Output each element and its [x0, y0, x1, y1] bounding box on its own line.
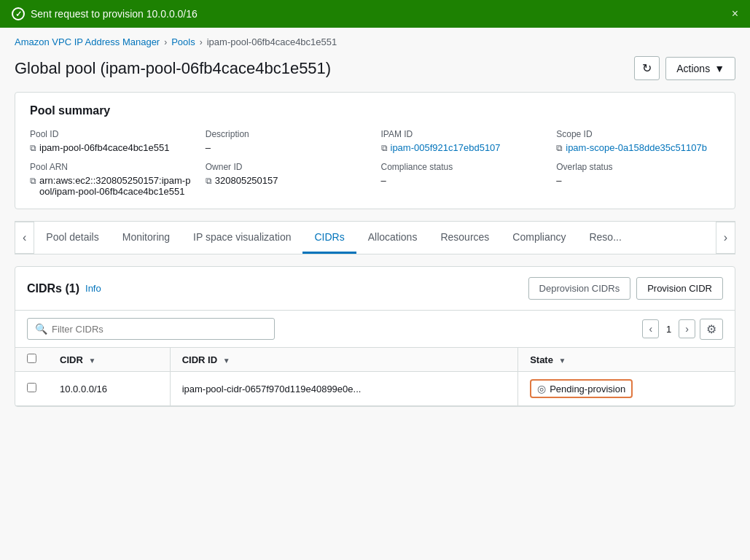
cidr-id-value: ipam-pool-cidr-0657f970d119e40899e0e... — [170, 372, 518, 406]
owner-id-value: ⧉ 320805250157 — [206, 175, 370, 186]
breadcrumb-sep-1: › — [164, 37, 167, 47]
pool-id-copy-icon[interactable]: ⧉ — [30, 143, 36, 153]
tabs-container: ‹ Pool details Monitoring IP space visua… — [15, 221, 735, 254]
tabs-prev-button[interactable]: ‹ — [15, 222, 34, 254]
cidrs-title: CIDRs (1) — [27, 282, 79, 295]
breadcrumb: Amazon VPC IP Address Manager › Pools › … — [0, 28, 750, 53]
cidrs-info-link[interactable]: Info — [85, 283, 101, 294]
breadcrumb-vpc-manager[interactable]: Amazon VPC IP Address Manager — [15, 36, 160, 47]
actions-chevron-icon: ▼ — [714, 63, 724, 74]
pool-id-label: Pool ID — [30, 129, 194, 139]
ipam-id-link[interactable]: ipam-005f921c17ebd5107 — [391, 142, 501, 153]
filter-bar: 🔍 ‹ 1 › ⚙ — [15, 311, 735, 348]
header-actions: ↻ Actions ▼ — [634, 56, 735, 80]
actions-button[interactable]: Actions ▼ — [665, 57, 735, 80]
notification-content: ✓ Sent request to provision 10.0.0.0/16 — [12, 7, 198, 20]
tabs-next-button[interactable]: › — [716, 222, 735, 254]
tab-compliancy[interactable]: Compliancy — [501, 222, 577, 254]
tab-allocations[interactable]: Allocations — [356, 222, 429, 254]
tab-reso[interactable]: Reso... — [577, 222, 633, 254]
notification-bar: ✓ Sent request to provision 10.0.0.0/16 … — [0, 0, 750, 28]
refresh-button[interactable]: ↻ — [634, 56, 660, 80]
scope-id-label: Scope ID — [556, 129, 720, 139]
cidr-sort-icon[interactable]: ▼ — [88, 357, 95, 365]
owner-id-label: Owner ID — [206, 162, 370, 172]
col-pool-id: Pool ID ⧉ ipam-pool-06fb4cace4bc1e551 Po… — [30, 129, 194, 197]
tab-ip-space-visualization[interactable]: IP space visualization — [181, 222, 302, 254]
actions-label: Actions — [676, 63, 710, 74]
pool-arn-label: Pool ARN — [30, 162, 194, 172]
table-header: CIDR ▼ CIDR ID ▼ State ▼ — [15, 348, 735, 372]
state-value: ◎ Pending-provision — [518, 372, 735, 406]
cidrs-title-group: CIDRs (1) Info — [27, 282, 101, 295]
success-icon: ✓ — [12, 7, 25, 20]
tab-pool-details[interactable]: Pool details — [34, 222, 110, 254]
cidr-id-sort-icon[interactable]: ▼ — [223, 357, 230, 365]
tab-resources[interactable]: Resources — [429, 222, 501, 254]
breadcrumb-sep-2: › — [200, 37, 203, 47]
filter-cidrs-input[interactable] — [52, 324, 267, 335]
next-page-button[interactable]: › — [679, 319, 695, 338]
pool-summary-title: Pool summary — [30, 104, 720, 117]
row-checkbox-cell[interactable] — [15, 372, 48, 406]
ipam-id-copy-icon[interactable]: ⧉ — [381, 143, 388, 153]
table-row: 10.0.0.0/16 ipam-pool-cidr-0657f970d119e… — [15, 372, 735, 406]
close-notification-button[interactable]: × — [732, 7, 738, 20]
pool-arn-text: arn:aws:ec2::320805250157:ipam-pool/ipam… — [39, 175, 194, 197]
state-sort-icon[interactable]: ▼ — [559, 357, 566, 365]
pending-icon: ◎ — [537, 383, 546, 394]
description-label: Description — [206, 129, 370, 139]
overlap-status-label: Overlap status — [556, 162, 720, 172]
search-box[interactable]: 🔍 — [27, 318, 275, 340]
provision-cidr-button[interactable]: Provision CIDR — [636, 277, 723, 300]
compliance-status-text: – — [381, 175, 386, 186]
pool-id-text: ipam-pool-06fb4cace4bc1e551 — [39, 142, 170, 153]
page-number: 1 — [663, 324, 674, 335]
ipam-id-label: IPAM ID — [381, 129, 545, 139]
state-badge: ◎ Pending-provision — [530, 379, 633, 398]
description-text: – — [206, 142, 211, 153]
breadcrumb-pools[interactable]: Pools — [171, 36, 195, 47]
page-header: Global pool (ipam-pool-06fb4cace4bc1e551… — [0, 53, 750, 92]
cidrs-table-body: 10.0.0.0/16 ipam-pool-cidr-0657f970d119e… — [15, 372, 735, 406]
cidr-value: 10.0.0.0/16 — [48, 372, 170, 406]
ipam-id-value: ⧉ ipam-005f921c17ebd5107 — [381, 142, 545, 153]
tab-cidrs[interactable]: CIDRs — [302, 222, 356, 254]
pool-arn-copy-icon[interactable]: ⧉ — [30, 176, 36, 186]
col-description: Description – Owner ID ⧉ 320805250157 — [206, 129, 370, 197]
breadcrumb-current: ipam-pool-06fb4cace4bc1e551 — [207, 36, 337, 47]
owner-id-text: 320805250157 — [215, 175, 278, 186]
scope-id-value: ⧉ ipam-scope-0a158dde35c51107b — [556, 142, 720, 153]
scope-id-copy-icon[interactable]: ⧉ — [556, 143, 563, 153]
tabs-list: Pool details Monitoring IP space visuali… — [34, 222, 715, 254]
select-all-header[interactable] — [15, 348, 48, 372]
pool-id-value: ⧉ ipam-pool-06fb4cace4bc1e551 — [30, 142, 194, 153]
tab-monitoring[interactable]: Monitoring — [111, 222, 181, 254]
cidrs-panel: CIDRs (1) Info Deprovision CIDRs Provisi… — [15, 266, 735, 407]
scope-id-link[interactable]: ipam-scope-0a158dde35c51107b — [566, 142, 707, 153]
compliance-status-value: – — [381, 175, 545, 186]
cidr-id-column-header: CIDR ID ▼ — [170, 348, 518, 372]
description-value: – — [206, 142, 370, 153]
cidrs-table: CIDR ▼ CIDR ID ▼ State ▼ — [15, 348, 735, 406]
deprovision-cidrs-button[interactable]: Deprovision CIDRs — [528, 277, 631, 300]
cidrs-action-buttons: Deprovision CIDRs Provision CIDR — [528, 277, 723, 300]
overlap-status-text: – — [556, 175, 561, 186]
pagination: ‹ 1 › ⚙ — [642, 319, 723, 340]
col-ipam-id: IPAM ID ⧉ ipam-005f921c17ebd5107 Complia… — [381, 129, 545, 197]
col-scope-id: Scope ID ⧉ ipam-scope-0a158dde35c51107b … — [556, 129, 720, 197]
state-text: Pending-provision — [550, 384, 625, 394]
compliance-status-label: Compliance status — [381, 162, 545, 172]
select-all-checkbox[interactable] — [27, 354, 36, 363]
row-checkbox[interactable] — [27, 383, 36, 392]
owner-id-copy-icon[interactable]: ⧉ — [206, 176, 212, 186]
overlap-status-value: – — [556, 175, 720, 186]
prev-page-button[interactable]: ‹ — [642, 319, 659, 338]
search-icon: 🔍 — [35, 323, 47, 335]
cidr-column-header: CIDR ▼ — [48, 348, 170, 372]
table-settings-icon[interactable]: ⚙ — [700, 319, 723, 340]
main-content: Amazon VPC IP Address Manager › Pools › … — [0, 28, 750, 560]
pool-summary-grid: Pool ID ⧉ ipam-pool-06fb4cace4bc1e551 Po… — [30, 129, 720, 197]
cidrs-header: CIDRs (1) Info Deprovision CIDRs Provisi… — [15, 267, 735, 311]
state-column-header: State ▼ — [518, 348, 735, 372]
